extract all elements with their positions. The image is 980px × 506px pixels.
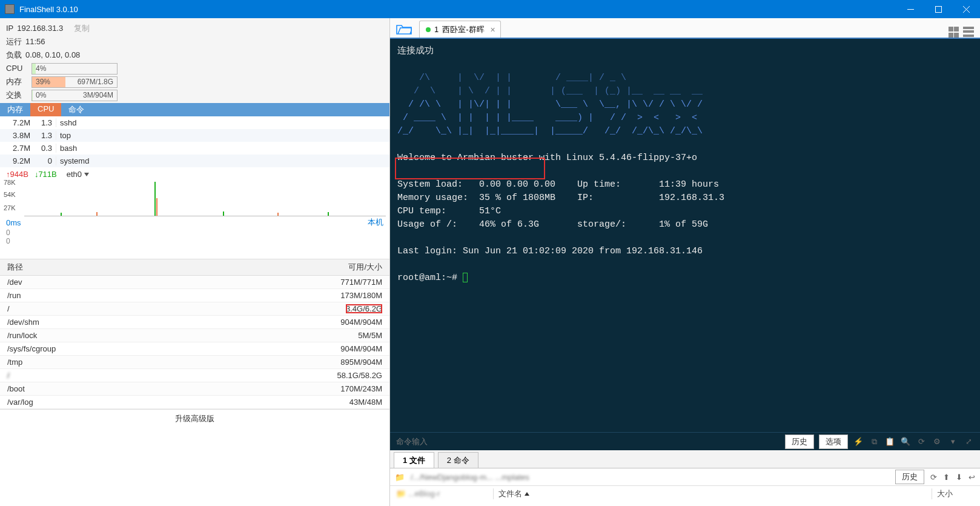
- refresh-icon[interactable]: ⟳: [916, 436, 927, 447]
- runtime-label: 运行: [6, 35, 22, 48]
- disk-row[interactable]: /3.4G/6.2G: [0, 302, 389, 316]
- svg-rect-0: [935, 6, 941, 12]
- disk-row[interactable]: /run/lock5M/5M: [0, 329, 389, 342]
- sort-asc-icon: [525, 492, 529, 496]
- load-label: 负载: [6, 48, 22, 62]
- swap-label: 交换: [6, 88, 28, 102]
- open-folder-icon[interactable]: [394, 21, 414, 38]
- copy-icon[interactable]: ⧉: [869, 436, 879, 447]
- path-text: /.../NewDjangoblog-m... ...mplates: [411, 473, 529, 482]
- process-list: 7.2M1.3sshd3.8M1.3top2.7M0.3bash9.2M0sys…: [0, 116, 389, 167]
- network-graph: 78K 54K 27K: [0, 179, 389, 216]
- disk-row[interactable]: /tmp895M/904M: [0, 356, 389, 369]
- app-title: FinalShell 3.0.10: [19, 5, 78, 14]
- interface-dropdown[interactable]: eth0: [67, 170, 89, 179]
- upload-icon[interactable]: ⬆: [943, 473, 950, 482]
- file-browser: 📁 /.../NewDjangoblog-m... ...mplates 历史 …: [390, 468, 980, 506]
- process-row[interactable]: 3.8M1.3top: [0, 129, 389, 142]
- tab-close-icon[interactable]: ×: [490, 25, 495, 35]
- bolt-icon[interactable]: ⚡: [853, 436, 864, 447]
- disk-row[interactable]: /boot170M/243M: [0, 382, 389, 396]
- tab-command[interactable]: 2 命令: [438, 452, 478, 468]
- chevron-down-icon[interactable]: ▾: [947, 436, 958, 447]
- download-icon[interactable]: ⬇: [956, 473, 962, 482]
- status-dot-icon: [426, 27, 431, 32]
- grid-view-icon[interactable]: [949, 27, 959, 38]
- minimize-button[interactable]: [896, 0, 924, 18]
- ping-host: 本机: [368, 217, 383, 228]
- ip-label: IP: [6, 22, 13, 35]
- list-view-icon[interactable]: [963, 27, 974, 38]
- tab-file[interactable]: 1 文件: [394, 452, 434, 468]
- ping-graph: 0 0: [0, 228, 389, 259]
- disk-row[interactable]: /dev771M/771M: [0, 276, 389, 289]
- app-icon: [5, 4, 15, 14]
- connection-tab[interactable]: 1 西卧室-群晖 ×: [419, 21, 501, 38]
- title-bar: FinalShell 3.0.10: [0, 0, 980, 18]
- maximize-button[interactable]: [924, 0, 952, 18]
- close-button[interactable]: [952, 0, 980, 18]
- disk-list: /dev771M/771M/run173M/180M/3.4G/6.2G/dev…: [0, 276, 389, 409]
- disk-header: 路径 可用/大小: [0, 259, 389, 276]
- cpu-meter: 4%: [31, 63, 118, 75]
- command-input[interactable]: [396, 437, 780, 446]
- mem-meter: 39% 697M/1.8G: [31, 76, 118, 88]
- disk-col-avail: 可用/大小: [348, 262, 382, 273]
- command-bar: 历史 选项 ⚡ ⧉ 📋 🔍 ⟳ ⚙ ▾ ⤢: [390, 432, 980, 450]
- proc-tab-command[interactable]: 命令: [61, 103, 91, 116]
- cpu-label: CPU: [6, 62, 28, 75]
- swap-meter: 0% 3M/904M: [31, 90, 118, 101]
- proc-tab-memory[interactable]: 内存: [0, 103, 30, 116]
- process-row[interactable]: 7.2M1.3sshd: [0, 116, 389, 129]
- upgrade-link[interactable]: 升级高级版: [0, 409, 389, 428]
- tab-index: 1: [434, 25, 439, 34]
- load-value: 0.08, 0.10, 0.08: [25, 48, 80, 62]
- proc-tab-cpu[interactable]: CPU: [30, 103, 61, 116]
- disk-col-path: 路径: [7, 262, 23, 273]
- folder-icon: 📁: [395, 473, 405, 482]
- process-row[interactable]: 9.2M0systemd: [0, 155, 389, 167]
- net-up: 944B: [10, 170, 28, 179]
- paste-icon[interactable]: 📋: [884, 436, 895, 447]
- col-size[interactable]: 大小: [932, 488, 980, 499]
- history-button[interactable]: 历史: [785, 434, 814, 449]
- disk-row[interactable]: /58.1G/58.2G: [0, 369, 389, 382]
- file-history-button[interactable]: 历史: [895, 470, 924, 484]
- net-down: 711B: [38, 170, 56, 179]
- disk-row[interactable]: /sys/fs/cgroup904M/904M: [0, 342, 389, 356]
- copy-button[interactable]: 复制: [74, 22, 90, 35]
- ping-ms: 0ms: [6, 218, 21, 227]
- disk-row[interactable]: /run173M/180M: [0, 289, 389, 302]
- back-icon[interactable]: ↩: [968, 473, 975, 482]
- tab-title: 西卧室-群晖: [442, 24, 484, 35]
- col-filename[interactable]: 文件名: [493, 488, 541, 499]
- ping-line: 0ms 本机: [0, 216, 389, 228]
- system-info: IP 192.168.31.3 复制 运行 11:56 负载 0.08, 0.1…: [0, 18, 389, 103]
- search-icon[interactable]: 🔍: [900, 436, 911, 447]
- network-line: ↑944B ↓711B eth0: [0, 167, 389, 179]
- chevron-down-icon: [84, 173, 89, 176]
- terminal[interactable]: 连接成功 /\ | \/ | | / ____| / _ \ / \ | \ /…: [390, 39, 980, 432]
- ip-value: 192.168.31.3: [17, 22, 63, 35]
- runtime-value: 11:56: [25, 35, 45, 48]
- mem-label: 内存: [6, 75, 28, 88]
- process-row[interactable]: 2.7M0.3bash: [0, 142, 389, 155]
- refresh-icon[interactable]: ⟳: [930, 473, 937, 482]
- process-tabs: 内存 CPU 命令: [0, 103, 389, 116]
- gear-icon[interactable]: ⚙: [932, 436, 942, 447]
- file-row[interactable]: 📁 ...eBlog-r: [390, 489, 493, 498]
- bottom-tabs: 1 文件 2 命令: [390, 450, 980, 468]
- expand-icon[interactable]: ⤢: [963, 436, 974, 447]
- highlight-box: [395, 158, 545, 179]
- disk-row[interactable]: /var/log43M/48M: [0, 396, 389, 409]
- connection-tabs: 1 西卧室-群晖 ×: [390, 18, 980, 39]
- disk-row[interactable]: /dev/shm904M/904M: [0, 316, 389, 329]
- options-button[interactable]: 选项: [819, 434, 848, 449]
